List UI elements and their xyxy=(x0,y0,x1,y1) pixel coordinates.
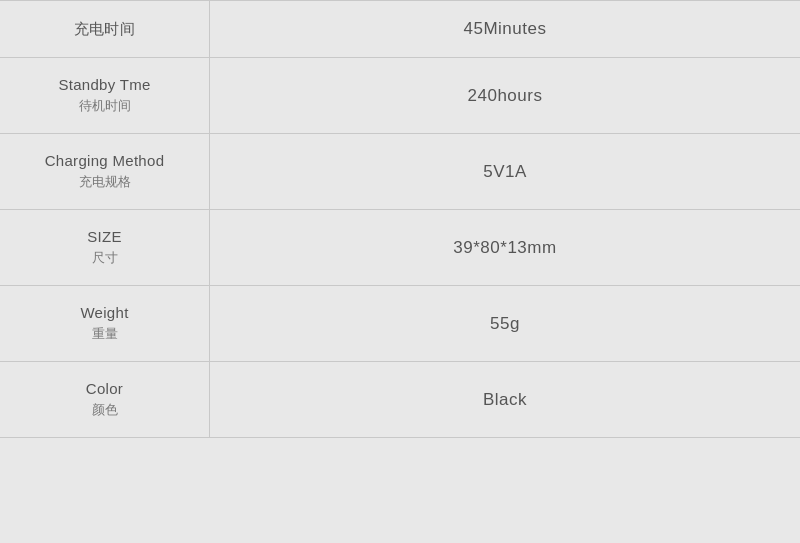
table-row: Weight 重量 55g xyxy=(0,286,800,362)
spec-label-en-4: Weight xyxy=(80,304,128,321)
spec-label-en-2: Charging Method xyxy=(45,152,165,169)
spec-label-standby: Standby Tme 待机时间 xyxy=(0,58,210,133)
spec-label-en-3: SIZE xyxy=(87,228,122,245)
spec-label-color: Color 颜色 xyxy=(0,362,210,437)
table-row: 充电时间 45Minutes xyxy=(0,0,800,58)
spec-label-zh-5: 颜色 xyxy=(92,401,118,419)
spec-container: 充电时间 45Minutes Standby Tme 待机时间 240hours… xyxy=(0,0,800,543)
spec-value-1: 240hours xyxy=(210,58,800,133)
spec-label-en-1: Standby Tme xyxy=(58,76,150,93)
spec-label-zh-3: 尺寸 xyxy=(92,249,118,267)
spec-label-charging-method: Charging Method 充电规格 xyxy=(0,134,210,209)
table-row: Charging Method 充电规格 5V1A xyxy=(0,134,800,210)
table-row: Standby Tme 待机时间 240hours xyxy=(0,58,800,134)
table-row: Color 颜色 Black xyxy=(0,362,800,438)
spec-label-size: SIZE 尺寸 xyxy=(0,210,210,285)
spec-label-weight: Weight 重量 xyxy=(0,286,210,361)
spec-value-0: 45Minutes xyxy=(210,1,800,57)
spec-label-en-0: 充电时间 xyxy=(74,20,135,39)
spec-value-4: 55g xyxy=(210,286,800,361)
spec-value-2: 5V1A xyxy=(210,134,800,209)
spec-value-3: 39*80*13mm xyxy=(210,210,800,285)
table-row: SIZE 尺寸 39*80*13mm xyxy=(0,210,800,286)
spec-label-zh-4: 重量 xyxy=(92,325,118,343)
spec-value-5: Black xyxy=(210,362,800,437)
spec-label-zh-1: 待机时间 xyxy=(79,97,131,115)
spec-label-zh-2: 充电规格 xyxy=(79,173,131,191)
spec-label-en-5: Color xyxy=(86,380,123,397)
spec-label-charge-time: 充电时间 xyxy=(0,1,210,57)
spec-table: 充电时间 45Minutes Standby Tme 待机时间 240hours… xyxy=(0,0,800,438)
